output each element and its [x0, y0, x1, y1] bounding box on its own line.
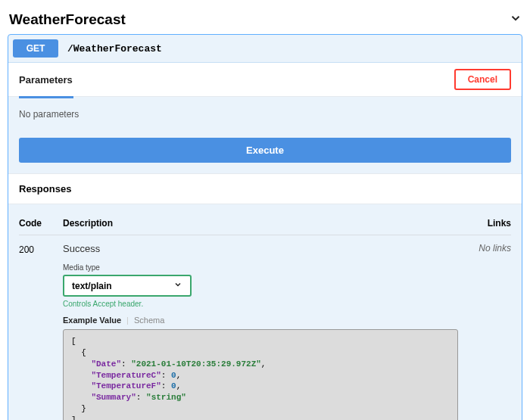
chevron-down-icon — [509, 11, 522, 28]
responses-header: Responses — [8, 173, 522, 204]
no-parameters-text: No parameters — [8, 98, 522, 130]
tag-title: WeatherForecast — [9, 11, 126, 28]
tab-schema[interactable]: Schema — [134, 316, 164, 325]
execute-wrap: Execute — [8, 130, 522, 173]
execute-button[interactable]: Execute — [19, 138, 511, 163]
col-links: Links — [458, 218, 511, 229]
chevron-down-icon — [173, 280, 182, 291]
accept-header-hint: Controls Accept header. — [63, 300, 458, 308]
example-tabs: Example Value | Schema — [63, 316, 458, 325]
responses-table: Code Description Links 200 Success Media… — [8, 204, 522, 420]
operation-summary[interactable]: GET /WeatherForecast — [8, 35, 522, 63]
example-value-box: [ { "Date": "2021-01-10T20:35:29.972Z", … — [63, 329, 458, 420]
parameters-title: Parameters — [19, 74, 73, 86]
col-code: Code — [19, 218, 63, 229]
media-type-select[interactable]: text/plain — [63, 275, 192, 297]
cancel-button[interactable]: Cancel — [454, 69, 511, 90]
tab-separator: | — [126, 316, 129, 325]
response-row: 200 Success Media type text/plain Contro… — [19, 235, 511, 420]
operation-block: GET /WeatherForecast Parameters Cancel N… — [8, 34, 522, 420]
responses-columns: Code Description Links — [19, 212, 511, 235]
response-description: Success Media type text/plain Controls A… — [63, 243, 458, 420]
method-badge: GET — [13, 39, 58, 58]
media-type-label: Media type — [63, 263, 458, 272]
tag-header[interactable]: WeatherForecast — [8, 8, 522, 34]
response-links: No links — [458, 243, 511, 420]
response-code: 200 — [19, 243, 63, 420]
response-message: Success — [63, 243, 458, 254]
media-type-value: text/plain — [72, 281, 112, 291]
tab-example-value[interactable]: Example Value — [63, 316, 121, 325]
col-description: Description — [63, 218, 458, 229]
parameters-header: Parameters Cancel — [8, 63, 522, 97]
endpoint-path: /WeatherForecast — [67, 43, 162, 54]
